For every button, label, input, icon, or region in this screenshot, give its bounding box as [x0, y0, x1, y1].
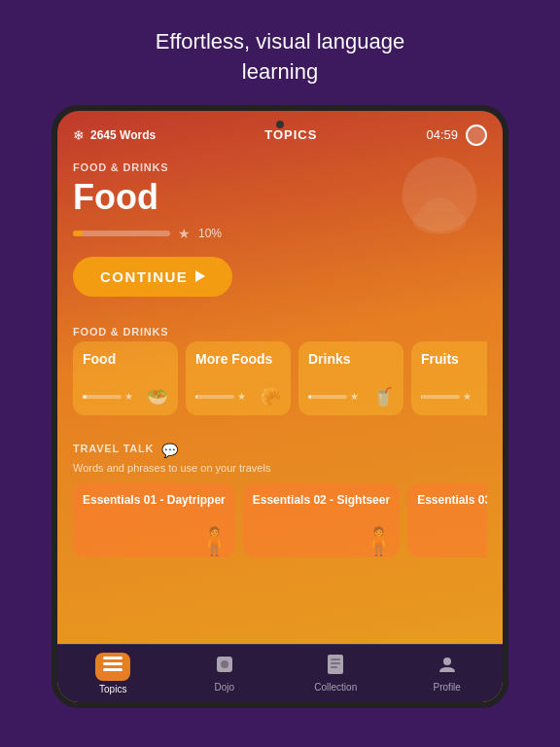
screen-title: TOPICS — [264, 127, 317, 142]
topic-fruits-bottom: ★ 🍎 — [421, 386, 487, 408]
progress-bar-background — [73, 231, 170, 236]
topic-more-foods-bar: ★ — [195, 391, 246, 402]
travel-card-daytripper[interactable]: Essentials 01 - Daytripper 🧍 — [73, 483, 235, 557]
hero-section: FOOD & DRINKS Food ★ 10% CONTINUE — [57, 152, 503, 312]
svg-rect-4 — [103, 668, 122, 671]
svg-point-6 — [221, 660, 228, 668]
nav-collection-label: Collection — [314, 682, 357, 693]
main-content: FOOD & DRINKS Food ★ 10% CONTINUE FOOD &… — [57, 152, 503, 644]
topic-more-foods-star: ★ — [237, 391, 246, 402]
topic-fruits-bar-bg — [421, 395, 460, 399]
collection-icon — [328, 655, 343, 679]
food-drinks-section: FOOD & DRINKS Food ★ 🥗 — [57, 312, 503, 429]
app-logo-icon: ❄ — [73, 127, 85, 143]
topic-food-bottom: ★ 🥗 — [83, 386, 168, 408]
travel-card-daytripper-name: Essentials 01 - Daytripper — [83, 493, 226, 509]
timer-text: 04:59 — [426, 127, 458, 142]
hero-illustration — [386, 152, 493, 259]
travel-icon: 💬 — [161, 443, 178, 458]
topic-more-foods-icon: 🥐 — [260, 386, 281, 408]
topic-drinks-bottom: ★ 🥤 — [308, 386, 394, 408]
svg-point-11 — [443, 658, 451, 665]
status-right: 04:59 — [426, 124, 487, 146]
nav-dojo-label: Dojo — [214, 682, 234, 693]
travel-card-daytripper-figure: 🧍 — [197, 525, 231, 557]
topic-fruits-bar-fill — [421, 395, 422, 399]
topic-card-drinks[interactable]: Drinks ★ 🥤 — [298, 341, 403, 415]
topic-food-bar: ★ — [83, 391, 133, 402]
topic-drinks-bar-fill — [308, 395, 311, 399]
play-icon — [195, 270, 205, 282]
topic-food-icon: 🥗 — [147, 386, 168, 408]
svg-rect-10 — [331, 666, 337, 668]
travel-card-nomad[interactable]: Essentials 03 - Nomad 🧍 — [407, 483, 487, 557]
topic-fruits-icon: 🍎 — [485, 386, 487, 408]
topic-food-bar-fill — [83, 395, 87, 399]
nav-item-collection[interactable]: Collection — [280, 645, 392, 702]
bottom-nav: Topics Dojo — [57, 644, 503, 702]
topic-more-foods-bar-fill — [195, 395, 197, 399]
nav-item-dojo[interactable]: Dojo — [169, 645, 281, 702]
topic-fruits-bar: ★ — [421, 391, 472, 402]
topic-card-more-foods[interactable]: More Foods ★ 🥐 — [186, 341, 291, 415]
topic-more-foods-bottom: ★ 🥐 — [195, 386, 281, 408]
topic-drinks-bar: ★ — [308, 391, 359, 402]
profile-icon — [438, 655, 457, 679]
food-drinks-label: FOOD & DRINKS — [73, 326, 487, 338]
continue-button[interactable]: CONTINUE — [73, 257, 232, 297]
topics-grid: Food ★ 🥗 More Foods — [73, 341, 487, 419]
travel-card-sightseer-figure: 🧍 — [362, 525, 396, 557]
topic-drinks-bar-bg — [308, 395, 347, 399]
svg-rect-2 — [103, 657, 122, 659]
travel-header: TRAVEL TALK 💬 — [73, 443, 487, 458]
svg-rect-9 — [331, 662, 340, 664]
device-frame: ❄ 2645 Words TOPICS 04:59 — [52, 105, 508, 708]
words-count: 2645 Words — [90, 128, 156, 142]
topic-food-bar-bg — [83, 395, 122, 399]
topic-drinks-icon: 🥤 — [372, 386, 394, 408]
progress-bar-fill — [73, 231, 83, 236]
topic-drinks-name: Drinks — [308, 351, 394, 367]
status-left: ❄ 2645 Words — [73, 127, 156, 143]
travel-section: TRAVEL TALK 💬 Words and phrases to use o… — [57, 429, 503, 567]
nav-item-topics[interactable]: Topics — [57, 645, 169, 702]
progress-percent: 10% — [198, 227, 222, 240]
status-bar: ❄ 2645 Words TOPICS 04:59 — [57, 111, 503, 152]
travel-label: TRAVEL TALK — [73, 443, 154, 454]
continue-label: CONTINUE — [100, 268, 188, 285]
travel-card-sightseer[interactable]: Essentials 02 - Sightseer 🧍 — [243, 483, 400, 557]
travel-subtitle: Words and phrases to use on your travels — [73, 462, 487, 474]
device-camera — [276, 121, 284, 128]
progress-star-icon: ★ — [178, 226, 191, 241]
travel-cards: Essentials 01 - Daytripper 🧍 Essentials … — [73, 483, 487, 557]
topic-food-star: ★ — [124, 391, 133, 402]
topic-drinks-star: ★ — [350, 391, 359, 402]
topic-more-foods-name: More Foods — [195, 351, 281, 367]
dojo-icon — [215, 655, 234, 679]
topic-card-fruits[interactable]: Fruits ★ 🍎 — [411, 341, 487, 415]
travel-card-nomad-name: Essentials 03 - Nomad — [417, 493, 487, 509]
nav-topics-label: Topics — [99, 684, 126, 694]
nav-item-profile[interactable]: Profile — [392, 645, 504, 702]
topic-fruits-name: Fruits — [421, 351, 487, 367]
topic-more-foods-bar-bg — [195, 395, 234, 399]
svg-rect-3 — [103, 662, 122, 665]
travel-card-sightseer-name: Essentials 02 - Sightseer — [253, 493, 390, 509]
tagline: Effortless, visual languagelearning — [97, 27, 463, 88]
topic-card-food[interactable]: Food ★ 🥗 — [73, 341, 178, 415]
timer-circle — [466, 124, 487, 146]
device-screen: ❄ 2645 Words TOPICS 04:59 — [57, 111, 503, 702]
svg-point-1 — [413, 208, 467, 233]
svg-rect-8 — [331, 658, 340, 660]
nav-profile-label: Profile — [434, 682, 461, 693]
topic-fruits-star: ★ — [463, 391, 472, 402]
topic-food-name: Food — [83, 351, 168, 367]
topics-icon — [95, 653, 130, 681]
